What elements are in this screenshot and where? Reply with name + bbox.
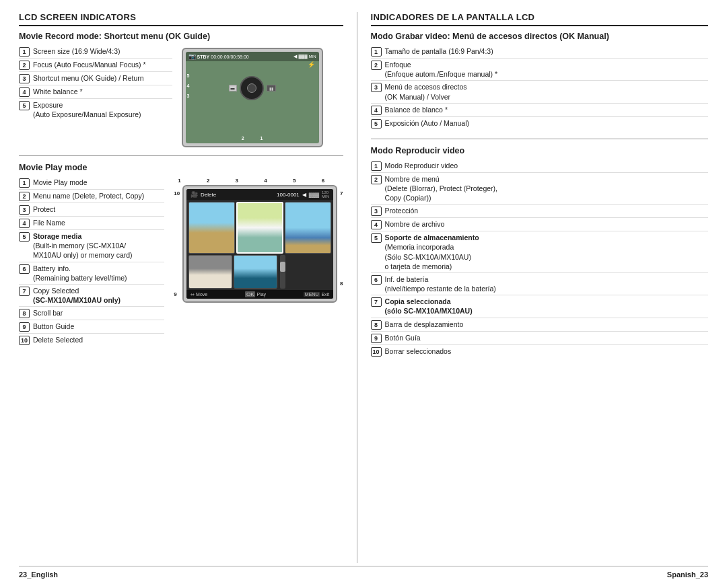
item-text: Enfoque(Enfoque autom./Enfoque manual) * [385, 60, 498, 79]
item-num: 4 [19, 219, 30, 228]
list-item: 6 Battery info.(Remaining battery level/… [19, 264, 164, 285]
item-text: Button Guide [33, 322, 74, 331]
play-mode-title: Movie Play mode [19, 163, 343, 172]
item-text-4: White balance * [33, 87, 83, 96]
list-item: 1 Screen size (16:9 Wide/4:3) [19, 46, 172, 59]
item-text: Nombre de archivo [385, 219, 445, 229]
item-num: 5 [19, 232, 30, 242]
footer-left: 23_English [19, 571, 58, 579]
item-text: Soporte de almacenamiento(Memoria incorp… [385, 233, 479, 271]
item-num: 10 [19, 336, 30, 345]
list-item: 5 Exposure(Auto Exposure/Manual Exposure… [19, 100, 172, 120]
play-lcd-screen: 🎥 Delete 100-0001 ◀ ▓▓▓ 120MIN [182, 185, 337, 303]
item-text: Storage media(Built-in memory (SC-MX10A/… [33, 231, 133, 260]
right-play-mode-title: Modo Reproducir video [371, 146, 708, 155]
item-text: Inf. de batería(nivel/tiempo restante de… [385, 274, 496, 293]
item-num: 8 [19, 309, 30, 318]
play-list: 1 Movie Play mode 2 Menu name (Delete, P… [19, 178, 164, 348]
item-text: Protección [385, 206, 419, 215]
list-item: 3 Protección [371, 206, 708, 218]
list-item: 10 Borrar seleccionados [371, 346, 708, 359]
side-num-8: 8 [340, 281, 343, 287]
item-text: Exposición (Auto / Manual) [385, 118, 469, 128]
play-num-2: 2 [207, 178, 209, 184]
item-text-5: Exposure(Auto Exposure/Manual Exposure) [33, 100, 141, 119]
play-num-4: 4 [264, 178, 267, 184]
play-num-labels: 1 2 3 4 5 6 [174, 178, 328, 184]
item-num-1: 1 [19, 47, 30, 57]
thumb-2 [236, 202, 284, 254]
item-text: Borrar seleccionados [385, 346, 452, 356]
item-num: 5 [371, 233, 382, 243]
thumb-1 [188, 202, 235, 254]
item-num: 5 [371, 119, 382, 128]
list-item: 3 Menú de accesos directos(OK Manual) / … [371, 82, 708, 103]
list-item: 5 Exposición (Auto / Manual) [371, 118, 708, 131]
item-text-3: Shortcut menu (OK Guide) / Return [33, 73, 144, 83]
thumb-3 [285, 202, 331, 254]
list-item: 10 Delete Selected [19, 335, 164, 347]
item-num: 6 [371, 275, 382, 285]
list-item: 2 Enfoque(Enfoque autom./Enfoque manual)… [371, 60, 708, 81]
item-text: Copia seleccionada(sólo SC-MX10A/MX10AU) [385, 297, 473, 316]
list-item: 2 Nombre de menú(Delete (Blorrar), Prote… [371, 174, 708, 205]
list-item: 2 Focus (Auto Focus/Manual Focus) * [19, 60, 172, 72]
item-num: 9 [19, 322, 30, 332]
item-text: Movie Play mode [33, 178, 88, 187]
item-num: 10 [371, 347, 382, 357]
item-num: 3 [371, 83, 382, 92]
item-num-2: 2 [19, 61, 30, 70]
play-num-6: 6 [322, 178, 324, 184]
item-text: Modo Reproducir video [385, 161, 458, 170]
list-item: 8 Scroll bar [19, 308, 164, 320]
item-text: Protect [33, 205, 55, 214]
thumb-5 [234, 255, 277, 289]
side-num-10: 10 [174, 190, 180, 196]
list-item: 1 Movie Play mode [19, 178, 164, 190]
move-btn: ⇔Move [191, 292, 207, 297]
item-num: 9 [371, 334, 382, 343]
list-item: 1 Modo Reproducir video [371, 161, 708, 173]
footer-right: Spanish_23 [667, 571, 708, 579]
item-text: Balance de blanco * [385, 105, 448, 114]
item-text: Barra de desplazamiento [385, 320, 464, 329]
item-num: 3 [19, 205, 30, 215]
item-num: 2 [19, 192, 30, 201]
item-num: 2 [371, 61, 382, 70]
list-item: 4 File Name [19, 218, 164, 230]
list-item: 1 Tamaño de pantalla (16:9 Pan/4:3) [371, 46, 708, 59]
item-num-3: 3 [19, 74, 30, 83]
list-item: 3 Protect [19, 205, 164, 217]
play-num-3: 3 [236, 178, 238, 184]
item-num: 4 [371, 220, 382, 229]
right-record-mode-title: Modo Grabar video: Menú de accesos direc… [371, 32, 708, 41]
item-num: 8 [371, 320, 382, 330]
item-num: 4 [371, 106, 382, 115]
side-num-7: 7 [340, 190, 343, 196]
list-item: 7 Copia seleccionada(sólo SC-MX10A/MX10A… [371, 297, 708, 318]
item-num: 7 [19, 287, 30, 296]
item-num: 6 [19, 264, 30, 274]
list-item: 2 Menu name (Delete, Protect, Copy) [19, 191, 164, 203]
list-item: 9 Botón Guía [371, 333, 708, 345]
list-item: 7 Copy Selected(SC-MX10A/MX10AU only) [19, 286, 164, 307]
item-text: Menú de accesos directos(OK Manual) / Vo… [385, 82, 467, 101]
exit-btn: MENUExit [304, 292, 329, 297]
lcd-record-screen: 📷 STBY 00:00:00/00:58:00 ◀ ▓▓▓ MIN [182, 48, 323, 147]
side-num-9: 9 [174, 291, 180, 297]
list-item: 5 Soporte de almacenamiento(Memoria inco… [371, 233, 708, 273]
item-text: Nombre de menú(Delete (Blorrar), Protect… [385, 174, 497, 203]
item-num: 2 [371, 175, 382, 184]
right-play-list: 1 Modo Reproducir video 2 Nombre de menú… [371, 161, 708, 359]
list-item: 4 Balance de blanco * [371, 105, 708, 117]
thumb-4 [188, 255, 232, 289]
list-item: 4 Nombre de archivo [371, 219, 708, 231]
list-item: 6 Inf. de batería(nivel/tiempo restante … [371, 274, 708, 295]
left-section-title: LCD SCREEN INDICATORS [19, 12, 343, 26]
item-num: 1 [371, 161, 382, 171]
right-record-list: 1 Tamaño de pantalla (16:9 Pan/4:3) 2 En… [371, 46, 708, 131]
item-text: Menu name (Delete, Protect, Copy) [33, 191, 144, 200]
item-text-1: Screen size (16:9 Wide/4:3) [33, 46, 120, 56]
item-text: Tamaño de pantalla (16:9 Pan/4:3) [385, 46, 493, 56]
play-btn: OKPlay [245, 291, 266, 297]
